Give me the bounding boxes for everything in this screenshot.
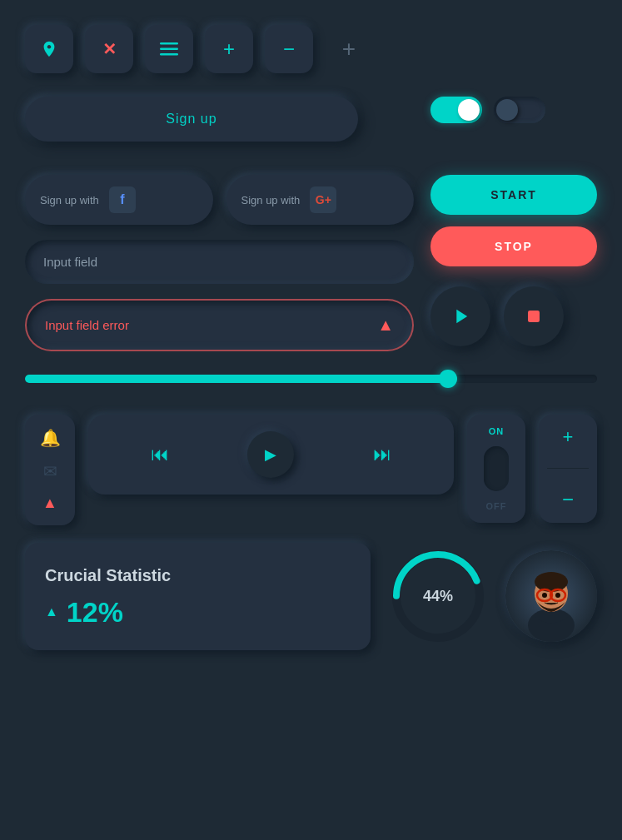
plus-control-icon: +: [563, 426, 574, 447]
circle-stop-button[interactable]: [504, 286, 564, 346]
close-icon: ✕: [102, 39, 117, 59]
media-player: ⏮ ▶ ⏭: [88, 415, 454, 495]
social-buttons-row: Sign up with f Sign up with G+: [25, 175, 414, 225]
onoff-panel[interactable]: ON OFF: [467, 415, 525, 523]
action-col: START STOP: [430, 175, 597, 346]
google-icon: G+: [316, 193, 331, 206]
social-action-row: Sign up with f Sign up with G+ Input fie…: [25, 175, 597, 366]
toggle-off-knob: [496, 99, 518, 121]
media-play-icon: ▶: [265, 445, 276, 464]
minus-control-icon: −: [562, 488, 574, 510]
svg-point-10: [535, 572, 568, 592]
social-inputs-col: Sign up with f Sign up with G+ Input fie…: [25, 175, 414, 366]
header-section: Sign up: [25, 97, 597, 158]
minus-square-button[interactable]: −: [265, 25, 313, 73]
signup-button[interactable]: Sign up: [25, 97, 358, 142]
slider-fill: [25, 375, 448, 383]
toggle-knob: [458, 99, 480, 121]
start-button[interactable]: START: [430, 175, 597, 215]
facebook-icon: f: [120, 192, 124, 207]
svg-point-15: [555, 593, 560, 598]
toggle-on[interactable]: [430, 97, 482, 123]
menu-icon: [160, 42, 178, 56]
circle-play-button[interactable]: [430, 286, 490, 346]
plus-flat-icon: +: [342, 36, 356, 62]
slider-track[interactable]: [25, 375, 597, 383]
mail-notification-icon[interactable]: ✉: [43, 461, 57, 481]
slider-knob[interactable]: [439, 370, 457, 388]
minus-square-icon: −: [283, 37, 295, 61]
google-icon-container: G+: [310, 186, 336, 213]
notification-panel: 🔔 ✉ ▲: [25, 415, 75, 525]
stat-label: Crucial Statistic: [45, 564, 351, 586]
plus-flat-button[interactable]: +: [325, 25, 373, 73]
toggle-row: [430, 97, 545, 123]
location-button[interactable]: [25, 25, 73, 73]
donut-chart: 44%: [384, 542, 492, 650]
input-field-normal[interactable]: [25, 240, 414, 284]
plus-square-icon: +: [223, 37, 235, 61]
header-right: [430, 97, 597, 135]
donut-value: 44%: [423, 588, 453, 605]
svg-rect-1: [160, 48, 178, 51]
circle-buttons-row: [430, 286, 597, 346]
svg-rect-2: [160, 53, 178, 56]
stop-button[interactable]: STOP: [430, 226, 597, 266]
input-error-text: Input field error: [45, 318, 129, 332]
plusminus-panel: + −: [539, 415, 597, 523]
signup-with-google-label: Sign up with: [241, 194, 301, 206]
rewind-icon: ⏮: [151, 444, 169, 465]
warning-icon: ▲: [377, 316, 394, 335]
svg-rect-4: [528, 311, 540, 322]
stat-card: Crucial Statistic ▲ 12%: [25, 543, 371, 650]
onoff-switch-track: [484, 446, 509, 491]
forward-button[interactable]: ⏭: [366, 437, 398, 472]
plus-square-button[interactable]: +: [205, 25, 253, 73]
menu-button[interactable]: [145, 25, 193, 73]
media-play-button[interactable]: ▶: [247, 431, 294, 478]
svg-point-14: [542, 593, 547, 598]
alert-notification-icon[interactable]: ▲: [42, 495, 57, 512]
stat-value-row: ▲ 12%: [45, 596, 351, 629]
location-icon: [40, 40, 58, 58]
bell-notification-icon[interactable]: 🔔: [40, 428, 61, 448]
off-label: OFF: [486, 501, 507, 511]
rewind-button[interactable]: ⏮: [144, 437, 176, 472]
signup-with-label: Sign up with: [40, 194, 99, 206]
header-left: Sign up: [25, 97, 414, 158]
icon-button-row: ✕ + − +: [25, 25, 597, 73]
close-button[interactable]: ✕: [85, 25, 133, 73]
play-icon: [449, 305, 472, 328]
toggle-off[interactable]: [494, 97, 545, 123]
stat-value: 12%: [67, 596, 123, 629]
svg-marker-3: [456, 310, 467, 323]
svg-rect-0: [160, 42, 178, 45]
avatar: [505, 550, 597, 642]
divider: [547, 468, 589, 469]
avatar-illustration: [505, 550, 597, 642]
facebook-signup-button[interactable]: Sign up with f: [25, 175, 213, 225]
bottom-row: 🔔 ✉ ▲ ⏮ ▶ ⏭ ON OFF + −: [25, 415, 597, 525]
plus-control-button[interactable]: +: [563, 426, 574, 448]
facebook-icon-container: f: [109, 186, 136, 213]
on-label: ON: [489, 426, 505, 436]
minus-control-button[interactable]: −: [562, 488, 574, 511]
stop-icon: [522, 305, 545, 328]
svg-point-8: [528, 609, 575, 642]
input-field-error[interactable]: Input field error ▲: [25, 299, 414, 351]
forward-icon: ⏭: [373, 444, 391, 465]
slider-container: [25, 366, 597, 391]
stat-arrow-icon: ▲: [45, 604, 58, 619]
stats-row: Crucial Statistic ▲ 12% 44%: [25, 542, 597, 650]
google-signup-button[interactable]: Sign up with G+: [226, 175, 415, 225]
